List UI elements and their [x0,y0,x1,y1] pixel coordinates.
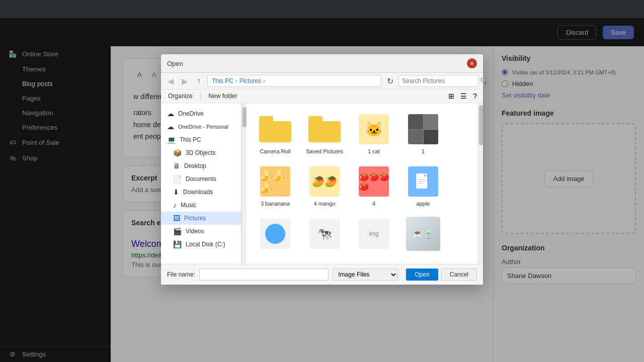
sidebar-desktop[interactable]: 🖥 Desktop [161,159,241,172]
file-item-4[interactable]: 🍅🍅🍅🍅 4 [351,161,396,210]
videos-label: Videos [186,228,204,235]
help-button[interactable]: ? [471,91,479,101]
item1-name: 1 [422,148,425,154]
filename-input[interactable] [199,268,329,281]
onedrive-personal-icon: ☁ [167,123,174,131]
onedrive-personal-label: OneDrive - Personal [178,124,228,130]
dialog-back-button[interactable]: ◀ [165,75,176,86]
sidebar-onedrive-personal[interactable]: ☁ OneDrive - Personal [161,120,241,133]
file-item-partial3[interactable]: img [351,214,396,256]
breadcrumb-this-pc[interactable]: This PC [212,77,233,84]
file-item-apple[interactable]: apple [400,161,446,210]
dialog-toolbar: ◀ ▶ ↑ This PC › Pictures › ↻ 🔍 [161,73,483,89]
sidebar-videos[interactable]: 🎬 Videos [161,225,241,238]
dialog-close-button[interactable]: × [467,58,477,68]
sidebar-this-pc[interactable]: 💻 This PC [161,133,241,146]
partial2-thumb: 🐄 [307,217,342,251]
saved-pictures-name: Saved Pictures [306,148,343,154]
breadcrumb-chevron1: › [235,77,237,84]
sidebar-pictures[interactable]: 🖼 Pictures [161,212,241,225]
this-pc-icon: 💻 [167,136,176,144]
dialog-refresh-button[interactable]: ↻ [384,75,395,86]
mango-name: 4 mango [314,201,336,207]
documents-icon: 📄 [173,175,182,183]
file-item-camera-roll[interactable]: Camera Roll [253,109,298,157]
sidebar-onedrive[interactable]: ☁ OneDrive [161,107,241,120]
music-icon: ♪ [173,201,177,209]
breadcrumb-bar: This PC › Pictures › [207,75,381,87]
dialog-footer: File name: Image Files All Files Open Ca… [161,264,483,285]
mango-thumb: 🥭🥭 [307,164,342,199]
cat-thumb: 🐱 [357,112,391,146]
onedrive-label: OneDrive [178,110,204,117]
dialog-titlebar: Open × [161,54,483,73]
apple-thumb [406,164,440,199]
cups-thumb: ☕🍵 [406,217,440,251]
search-icon: 🔍 [479,77,487,84]
dialog-title: Open [167,60,183,67]
file-item-1[interactable]: 1 [400,109,446,157]
desktop-label: Desktop [184,162,206,169]
dialog-sidebar: ☁ OneDrive ☁ OneDrive - Personal 💻 This … [161,103,242,264]
saved-pictures-thumb [307,112,342,146]
file-grid-container: Camera Roll Saved Pictures [247,103,483,264]
partial1-thumb [258,217,292,251]
cancel-button[interactable]: Cancel [441,268,477,281]
pictures-label: Pictures [184,215,206,222]
sidebar-3d-objects[interactable]: 📦 3D Objects [161,146,241,159]
breadcrumb-pictures[interactable]: Pictures [239,77,261,84]
partial3-thumb: img [357,217,391,251]
file-item-banana[interactable]: 🍌🍌🍌 3 bananana [253,161,298,210]
file-grid: Camera Roll Saved Pictures [247,103,478,264]
file-item-cups[interactable]: ☕🍵 [400,214,446,256]
documents-label: Documents [186,175,216,183]
open-file-dialog: Open × ◀ ▶ ↑ This PC › Pictures › ↻ 🔍 Or… [161,54,483,285]
downloads-label: Downloads [183,189,213,196]
file-item-partial1[interactable] [253,214,298,256]
local-disk-label: Local Disk (C:) [186,241,225,248]
sidebar-documents[interactable]: 📄 Documents [161,172,241,186]
dialog-forward-button[interactable]: ▶ [179,75,190,86]
dialog-up-button[interactable]: ↑ [193,75,204,86]
new-folder-button[interactable]: New folder [205,92,240,101]
file-item-partial2[interactable]: 🐄 [302,214,347,256]
file-item-saved-pictures[interactable]: Saved Pictures [302,109,347,157]
dialog-overlay: Open × ◀ ▶ ↑ This PC › Pictures › ↻ 🔍 Or… [0,0,644,362]
sidebar-scroll-thumb [243,107,247,127]
dialog-body: ☁ OneDrive ☁ OneDrive - Personal 💻 This … [161,103,483,264]
cat-file-name: 1 cat [368,148,380,154]
local-disk-icon: 💾 [173,240,182,248]
dialog-secondary-toolbar: Organize | New folder ⊞ ☰ ? [161,89,483,103]
organize-button[interactable]: Organize [165,92,196,101]
videos-icon: 🎬 [173,227,182,235]
camera-roll-name: Camera Roll [260,148,290,154]
sidebar-downloads[interactable]: ⬇ Downloads [161,186,241,199]
sidebar-scrollbar[interactable] [242,103,247,264]
filetype-select[interactable]: Image Files All Files [333,268,398,281]
desktop-icon: 🖥 [173,162,180,170]
open-button[interactable]: Open [406,268,438,281]
tomato-thumb: 🍅🍅🍅🍅 [357,164,391,199]
3d-objects-label: 3D Objects [186,149,215,156]
sidebar-music[interactable]: ♪ Music [161,199,241,212]
files-scrollbar[interactable] [478,103,483,264]
banana-name: 3 bananana [261,201,290,207]
files-scroll-thumb [479,105,483,145]
apple-file-icon [414,172,432,191]
apple-file-name: apple [417,201,430,207]
file-item-1-cat[interactable]: 🐱 1 cat [351,109,396,157]
banana-thumb: 🍌🍌🍌 [258,164,292,199]
pictures-icon: 🖼 [173,214,180,222]
breadcrumb-chevron2: › [263,77,265,84]
item1-thumb [406,112,440,146]
search-box: 🔍 [398,75,479,87]
file-item-mango[interactable]: 🥭🥭 4 mango [302,161,347,210]
item4-name: 4 [372,201,375,207]
view-details-button[interactable]: ☰ [458,91,469,101]
search-input[interactable] [402,77,477,84]
music-label: Music [181,202,196,209]
camera-roll-thumb [258,112,292,146]
sidebar-local-disk[interactable]: 💾 Local Disk (C:) [161,238,241,251]
downloads-icon: ⬇ [173,188,179,196]
view-large-icons-button[interactable]: ⊞ [446,91,456,101]
